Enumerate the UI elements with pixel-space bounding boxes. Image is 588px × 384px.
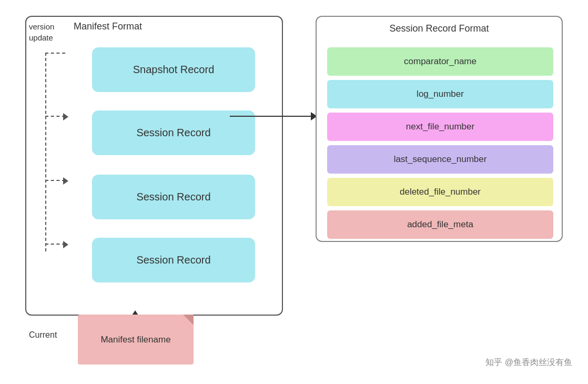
arrow-r1 [63,113,68,120]
dashed-vertical-line [45,53,46,251]
arrow-r2 [63,177,68,185]
session-record-1-block: Session Record [92,110,255,155]
snapshot-record-label: Snapshot Record [133,64,215,76]
deleted-label: deleted_file_number [400,187,481,197]
dashed-h4 [45,244,65,245]
arrow-r3 [63,241,68,248]
field-deleted: deleted_file_number [327,178,553,206]
session-record-3-block: Session Record [92,238,255,282]
session-record-2-label: Session Record [136,191,210,203]
comparator-label: comparator_name [404,56,477,67]
diagram-container: Manifest Format Snapshot Record Session … [0,0,588,384]
added-label: added_file_meta [407,219,473,230]
dashed-h1 [45,53,65,54]
manifest-box: Manifest Format Snapshot Record Session … [25,16,283,316]
main-arrow [230,116,317,117]
snapshot-record-block: Snapshot Record [92,47,255,92]
last-label: last_sequence_number [394,154,487,165]
field-comparator: comparator_name [327,47,553,76]
field-added: added_file_meta [327,210,553,239]
current-label: Current [29,330,57,340]
session-record-3-label: Session Record [136,254,210,266]
manifest-file-box: Manifest filename [78,315,194,365]
watermark: 知乎 @鱼香肉丝没有鱼 [485,357,572,368]
manifest-title: Manifest Format [74,21,142,32]
field-log: log_number [327,80,553,108]
session-record-1-label: Session Record [136,127,210,139]
log-label: log_number [417,89,464,99]
session-record-2-block: Session Record [92,175,255,219]
dashed-h3 [45,180,65,181]
manifest-file-label: Manifest filename [100,335,170,345]
field-last: last_sequence_number [327,145,553,174]
dashed-h2 [45,116,65,117]
version-update-label: versionupdate [29,21,54,43]
session-format-box: Session Record Format comparator_name lo… [316,16,563,242]
session-format-title: Session Record Format [317,23,562,34]
next-label: next_file_number [406,122,474,132]
field-next: next_file_number [327,113,553,141]
